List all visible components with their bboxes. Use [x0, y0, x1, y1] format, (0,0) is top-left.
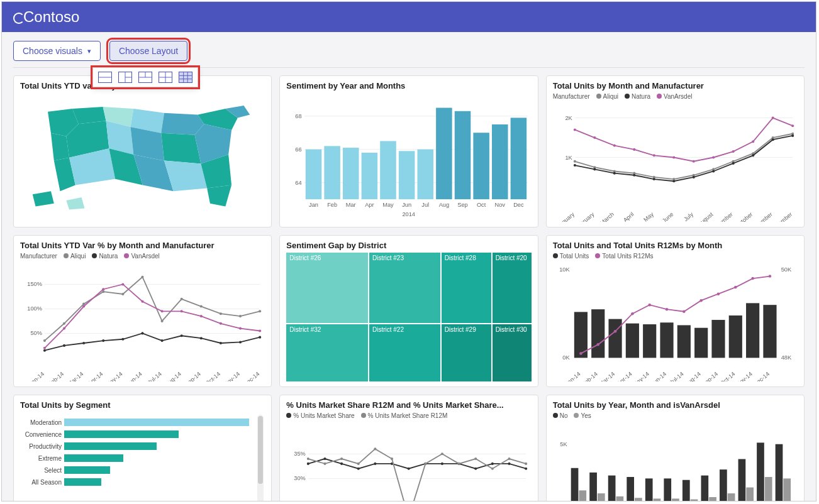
svg-point-196 [340, 463, 343, 465]
layout-option-3x3[interactable] [179, 72, 192, 83]
svg-rect-258 [783, 478, 791, 501]
svg-rect-159 [694, 328, 708, 358]
svg-point-207 [525, 468, 527, 470]
card-total-units-segment[interactable]: Total Units by Segment ModerationConveni… [13, 395, 272, 501]
line-chart: 1K2KJanuaryFebruaryMarchAprilMayJuneJuly… [553, 101, 798, 222]
svg-text:Sep-14: Sep-14 [184, 371, 202, 381]
svg-text:October: October [734, 211, 754, 222]
svg-text:Feb: Feb [328, 202, 338, 208]
svg-point-114 [82, 342, 85, 344]
hbar-row[interactable]: Select [20, 464, 265, 476]
svg-text:64: 64 [296, 180, 302, 186]
treemap-cell[interactable]: District #29 [442, 324, 491, 381]
svg-point-109 [220, 312, 222, 315]
svg-text:Mar-14: Mar-14 [67, 371, 85, 381]
svg-point-118 [161, 339, 164, 342]
svg-point-110 [239, 315, 242, 317]
hbar-label: Extreme [20, 455, 64, 462]
svg-text:50K: 50K [781, 266, 791, 273]
chart-legend: % Units Market Share % Units Market Shar… [286, 412, 531, 419]
svg-point-202 [441, 463, 443, 465]
svg-point-131 [181, 310, 183, 312]
chart-legend: Total Units Total Units R12Ms [553, 253, 798, 260]
hbar-row[interactable]: Convenience [20, 429, 265, 440]
svg-rect-249 [727, 493, 735, 501]
svg-rect-19 [325, 146, 341, 199]
svg-rect-163 [763, 305, 776, 358]
svg-text:June: June [660, 211, 674, 222]
svg-text:May-14: May-14 [105, 371, 124, 381]
card-market-share-r12m[interactable]: % Units Market Share R12M and % Units Ma… [279, 395, 538, 501]
treemap-cell[interactable]: District #28 [442, 253, 491, 323]
svg-point-121 [220, 342, 222, 344]
svg-point-208 [307, 457, 309, 460]
layout-option-2x2[interactable] [159, 72, 172, 83]
hbar-label: Select [20, 467, 64, 474]
card-total-units-ytd-var-month-manufacturer[interactable]: Total Units YTD Var % by Month and Manuf… [13, 235, 272, 387]
treemap-cell[interactable]: District #20 [493, 253, 532, 323]
svg-text:Dec-14: Dec-14 [752, 371, 771, 381]
svg-point-215 [425, 463, 427, 465]
svg-point-124 [43, 347, 46, 349]
svg-point-71 [593, 136, 596, 139]
svg-point-70 [573, 128, 576, 131]
svg-rect-39 [511, 118, 527, 199]
line-chart: 50%100%150%Jan-14Feb-14Mar-14Apr-14May-1… [20, 261, 265, 381]
scrollbar[interactable] [257, 415, 264, 501]
svg-point-120 [200, 337, 203, 339]
card-total-units-r12ms-month[interactable]: Total Units and Total Units R12Ms by Mon… [546, 235, 805, 387]
svg-point-104 [121, 293, 124, 295]
choose-layout-button[interactable]: Choose Layout [109, 41, 187, 61]
svg-point-108 [200, 305, 203, 307]
svg-text:Dec: Dec [514, 202, 525, 208]
layout-option-1-2[interactable] [118, 72, 132, 83]
svg-rect-37 [492, 124, 508, 199]
svg-point-200 [408, 468, 410, 470]
svg-point-62 [652, 178, 655, 180]
treemap: District #26District #23District #28Dist… [286, 253, 531, 381]
svg-point-65 [712, 170, 715, 172]
treemap-cell[interactable]: District #22 [369, 324, 440, 381]
svg-rect-255 [764, 477, 772, 501]
card-total-units-year-month-isvanarsdel[interactable]: Total Units by Year, Month and isVanArsd… [546, 395, 805, 501]
svg-text:Jan: Jan [309, 202, 318, 208]
chevron-down-icon: ▾ [87, 47, 91, 55]
svg-rect-242 [682, 480, 690, 501]
layout-option-2row[interactable] [98, 72, 112, 83]
dashboard-grid: Total Units YTD var % by State [2, 68, 816, 501]
hbar-row[interactable]: Extreme [20, 452, 265, 464]
hbar-row[interactable]: Productivity [20, 441, 265, 452]
layout-option-2-1[interactable] [138, 72, 152, 83]
treemap-cell[interactable]: District #30 [493, 324, 532, 381]
svg-rect-161 [728, 315, 742, 358]
svg-rect-157 [660, 322, 673, 358]
card-total-units-month-manufacturer[interactable]: Total Units by Month and Manufacturer Ma… [546, 75, 805, 227]
treemap-cell[interactable]: District #32 [286, 324, 368, 381]
combo-chart: 0K10K48K50KJan-14Feb-14Mar-14Apr-14May-1… [553, 261, 798, 381]
treemap-cell[interactable]: District #23 [369, 253, 440, 323]
treemap-cell[interactable]: District #26 [286, 253, 368, 323]
card-total-units-ytd-var-state[interactable]: Total Units YTD var % by State [13, 75, 272, 227]
svg-text:Dec-14: Dec-14 [242, 371, 260, 381]
card-title: Total Units by Segment [20, 400, 265, 410]
svg-point-67 [752, 154, 754, 156]
svg-point-68 [771, 138, 774, 141]
card-title: Sentiment by Year and Months [286, 81, 531, 90]
svg-rect-35 [474, 133, 490, 199]
card-sentiment-gap-district[interactable]: Sentiment Gap by District District #26Di… [279, 235, 538, 387]
svg-point-127 [102, 288, 104, 290]
card-sentiment-year-months[interactable]: Sentiment by Year and Months 646668JanFe… [279, 75, 538, 227]
svg-rect-21 [343, 148, 359, 199]
svg-point-197 [357, 468, 360, 470]
svg-text:Jan-14: Jan-14 [28, 371, 45, 381]
svg-point-46 [573, 160, 576, 163]
svg-text:50%: 50% [30, 330, 42, 336]
svg-point-205 [491, 463, 494, 465]
svg-point-74 [652, 154, 655, 156]
hbar-row[interactable]: Moderation [20, 417, 265, 428]
svg-text:Apr-14: Apr-14 [87, 371, 104, 381]
hbar-row[interactable]: All Season [20, 476, 265, 488]
svg-text:April: April [622, 211, 635, 222]
svg-point-126 [82, 305, 85, 307]
choose-visuals-button[interactable]: Choose visuals ▾ [13, 41, 101, 61]
